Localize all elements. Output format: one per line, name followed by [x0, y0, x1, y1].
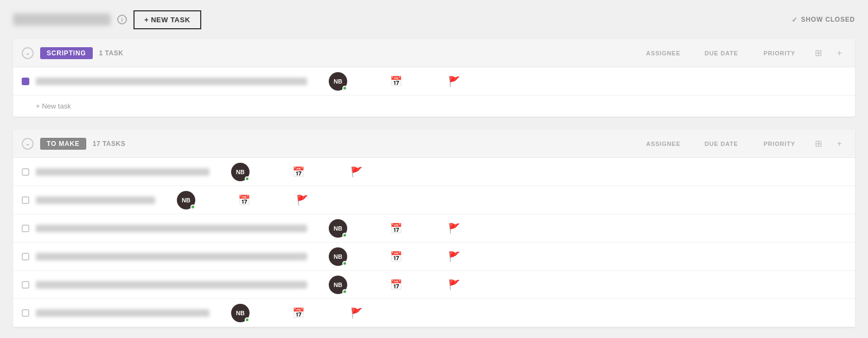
due-date-calendar-icon[interactable]: 📅 [390, 222, 402, 234]
scripting-new-task-link[interactable]: + New task [13, 95, 855, 117]
task-label [36, 309, 209, 317]
tomake-priority-header: PRIORITY [755, 141, 804, 147]
online-indicator [245, 317, 250, 322]
tomake-section-header: ⌄ TO MAKE 17 TASKS ASSIGNEE DUE DATE PRI… [13, 130, 855, 158]
task-checkbox[interactable] [22, 196, 29, 204]
scripting-priority-header: PRIORITY [755, 50, 804, 56]
online-indicator [342, 261, 347, 266]
avatar[interactable]: NB [177, 191, 195, 209]
avatar-initials: NB [182, 197, 190, 203]
priority-flag-icon[interactable]: 🚩 [448, 279, 460, 291]
scripting-assignee-header: ASSIGNEE [639, 50, 688, 56]
task-label [36, 225, 307, 232]
table-row: NB 📅 🚩 [13, 158, 855, 186]
avatar-initials: NB [236, 310, 245, 316]
priority-flag-icon[interactable]: 🚩 [448, 75, 460, 87]
task-checkbox[interactable] [22, 168, 29, 176]
due-date-calendar-icon[interactable]: 📅 [390, 75, 402, 87]
tomake-tag: TO MAKE [40, 138, 86, 150]
table-row: NB 📅 🚩 [13, 243, 855, 271]
avatar-initials: NB [334, 225, 342, 232]
show-closed-button[interactable]: ✓ SHOW CLOSED [792, 16, 855, 24]
online-indicator [245, 176, 250, 181]
due-date-calendar-icon[interactable]: 📅 [390, 279, 402, 291]
scripting-section: ⌄ SCRIPTING 1 TASK ASSIGNEE DUE DATE PRI… [13, 39, 855, 117]
scripting-add-button[interactable]: + [833, 48, 846, 58]
table-row: NB 📅 🚩 [13, 67, 855, 95]
task-checkbox[interactable] [22, 281, 29, 289]
avatar-initials: NB [334, 78, 342, 85]
avatar[interactable]: NB [231, 163, 250, 181]
task-label [36, 281, 307, 289]
task-checkbox[interactable] [22, 309, 29, 317]
online-indicator [190, 205, 195, 209]
tomake-grid-button[interactable]: ⊞ [810, 138, 826, 149]
priority-flag-icon[interactable]: 🚩 [448, 251, 460, 263]
online-indicator [342, 233, 347, 238]
avatar[interactable]: NB [329, 276, 347, 294]
task-checkbox[interactable] [22, 253, 29, 260]
avatar[interactable]: NB [231, 304, 250, 322]
tomake-collapse-button[interactable]: ⌄ [22, 138, 34, 150]
top-bar: i + NEW TASK ✓ SHOW CLOSED [0, 0, 868, 39]
task-label [36, 253, 307, 260]
sections-wrapper: ⌄ SCRIPTING 1 TASK ASSIGNEE DUE DATE PRI… [0, 39, 868, 327]
table-row: NB 📅 🚩 [13, 186, 855, 214]
task-label [36, 196, 155, 204]
chevron-down-icon: ⌄ [25, 141, 30, 146]
task-checkbox[interactable] [22, 78, 29, 85]
task-label [36, 78, 307, 85]
avatar[interactable]: NB [329, 247, 347, 266]
avatar-initials: NB [334, 282, 342, 288]
priority-flag-icon[interactable]: 🚩 [296, 194, 308, 206]
online-indicator [342, 86, 347, 91]
project-title [13, 14, 111, 25]
due-date-calendar-icon[interactable]: 📅 [292, 166, 304, 178]
task-checkbox[interactable] [22, 225, 29, 232]
show-closed-label: SHOW CLOSED [801, 16, 855, 23]
priority-flag-icon[interactable]: 🚩 [350, 307, 362, 319]
online-indicator [342, 289, 347, 294]
info-icon[interactable]: i [117, 15, 127, 24]
scripting-grid-button[interactable]: ⊞ [810, 48, 826, 58]
due-date-calendar-icon[interactable]: 📅 [390, 251, 402, 263]
due-date-calendar-icon[interactable]: 📅 [292, 307, 304, 319]
table-row: NB 📅 🚩 [13, 214, 855, 243]
table-row: NB 📅 🚩 [13, 299, 855, 327]
scripting-task-count: 1 TASK [99, 49, 124, 57]
tomake-duedate-header: DUE DATE [694, 141, 749, 147]
priority-flag-icon[interactable]: 🚩 [350, 166, 362, 178]
scripting-duedate-header: DUE DATE [694, 50, 749, 56]
chevron-down-icon: ⌄ [25, 50, 30, 56]
tomake-task-count: 17 TASKS [93, 140, 125, 148]
table-row: NB 📅 🚩 [13, 271, 855, 299]
new-task-button[interactable]: + NEW TASK [133, 10, 201, 29]
scripting-tag: SCRIPTING [40, 47, 93, 59]
avatar-initials: NB [334, 253, 342, 260]
avatar[interactable]: NB [329, 72, 347, 91]
avatar-initials: NB [236, 169, 245, 175]
scripting-section-header: ⌄ SCRIPTING 1 TASK ASSIGNEE DUE DATE PRI… [13, 39, 855, 67]
scripting-collapse-button[interactable]: ⌄ [22, 47, 34, 59]
tomake-assignee-header: ASSIGNEE [639, 141, 688, 147]
priority-flag-icon[interactable]: 🚩 [448, 222, 460, 234]
avatar[interactable]: NB [329, 219, 347, 238]
tomake-add-button[interactable]: + [833, 139, 846, 149]
task-label [36, 168, 209, 176]
due-date-calendar-icon[interactable]: 📅 [238, 194, 250, 206]
check-icon: ✓ [792, 16, 798, 24]
tomake-section: ⌄ TO MAKE 17 TASKS ASSIGNEE DUE DATE PRI… [13, 130, 855, 327]
